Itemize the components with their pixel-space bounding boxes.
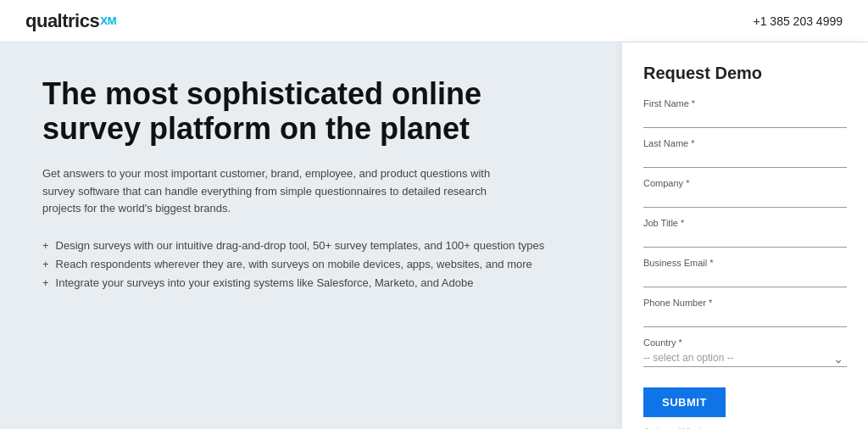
feature-text-1: Design surveys with our intuitive drag-a… (56, 237, 545, 255)
phone-number-input[interactable] (643, 309, 847, 327)
plus-icon: + (42, 274, 49, 292)
last-name-field: Last Name * (643, 138, 847, 168)
list-item: + Integrate your surveys into your exist… (42, 274, 588, 292)
plus-icon: + (42, 255, 49, 274)
first-name-field: First Name * (643, 98, 847, 128)
left-section: The most sophisticated online survey pla… (0, 42, 622, 429)
phone-number-label: Phone Number * (643, 298, 847, 308)
phone-number: +1 385 203 4999 (754, 14, 843, 28)
logo-xm: XM (100, 14, 117, 27)
business-email-field: Business Email * (643, 258, 847, 287)
country-select[interactable]: -- select an option -- (643, 349, 847, 367)
last-name-label: Last Name * (643, 138, 847, 148)
windows-notice-line1: Activate Windows (643, 426, 847, 429)
logo-text: qualtrics (25, 10, 99, 32)
windows-notice: Activate Windows Go to Settings to activ… (643, 426, 847, 429)
submit-button[interactable]: SUBMIT (643, 387, 726, 417)
page-headline: The most sophisticated online survey pla… (42, 76, 534, 147)
phone-number-field: Phone Number * (643, 298, 847, 327)
page-description: Get answers to your most important custo… (42, 165, 500, 218)
list-item: + Reach respondents wherever they are, w… (42, 255, 588, 274)
plus-icon: + (42, 237, 49, 255)
form-panel: Request Demo First Name * Last Name * Co… (622, 42, 868, 429)
list-item: + Design surveys with our intuitive drag… (42, 237, 588, 255)
business-email-input[interactable] (643, 270, 847, 287)
logo: qualtricsXM (25, 10, 117, 32)
company-input[interactable] (643, 190, 847, 208)
job-title-label: Job Title * (643, 218, 847, 228)
features-list: + Design surveys with our intuitive drag… (42, 237, 588, 292)
country-field: Country * -- select an option -- (643, 337, 847, 367)
first-name-label: First Name * (643, 98, 847, 109)
country-select-wrapper: -- select an option -- (643, 349, 847, 367)
business-email-label: Business Email * (643, 258, 847, 268)
job-title-input[interactable] (643, 230, 847, 248)
header: qualtricsXM +1 385 203 4999 (0, 0, 868, 42)
feature-text-2: Reach respondents wherever they are, wit… (56, 255, 532, 274)
form-title: Request Demo (643, 64, 847, 83)
first-name-input[interactable] (643, 110, 847, 128)
company-field: Company * (643, 178, 847, 208)
company-label: Company * (643, 178, 847, 188)
job-title-field: Job Title * (643, 218, 847, 248)
last-name-input[interactable] (643, 150, 847, 168)
feature-text-3: Integrate your surveys into your existin… (56, 274, 474, 292)
main-content: The most sophisticated online survey pla… (0, 42, 868, 429)
country-label: Country * (643, 337, 847, 348)
